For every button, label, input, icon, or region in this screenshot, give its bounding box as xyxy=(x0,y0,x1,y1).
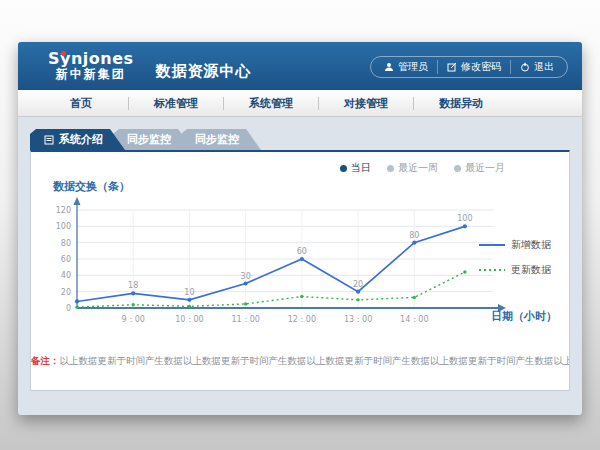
time-filter-option-0[interactable]: 当日 xyxy=(340,161,371,175)
user-icon xyxy=(384,62,394,72)
legend-label: 新增数据 xyxy=(511,238,551,252)
legend-line-sample xyxy=(479,267,505,273)
y-tick-label: 0 xyxy=(66,304,71,313)
chart-grid: 0204060801001209：0010：0011：0012：0013：001… xyxy=(56,206,493,324)
content-area: 系统介绍同步监控同步监控 当日最近一周最近一月 数据交换（条） 02040608… xyxy=(18,117,582,391)
chart-x-axis-title: 日期（小时） xyxy=(491,309,557,324)
tab-bar: 系统介绍同步监控同步监控 xyxy=(30,129,570,150)
data-point xyxy=(413,296,416,299)
radio-label: 最近一月 xyxy=(465,161,505,175)
navbar: 首页标准管理系统管理对接管理数据异动 xyxy=(18,90,582,117)
x-tick-label: 14：00 xyxy=(400,315,428,324)
app-title: 数据资源中心 xyxy=(156,52,252,81)
doc-icon xyxy=(44,135,54,145)
nav-item-interface-mgmt[interactable]: 对接管理 xyxy=(319,97,414,110)
data-point xyxy=(75,305,78,308)
x-tick-label: 11：00 xyxy=(231,315,259,324)
nav-item-data-change[interactable]: 数据异动 xyxy=(414,97,508,110)
time-filter-option-1[interactable]: 最近一周 xyxy=(387,161,438,175)
nav-item-standard-mgmt[interactable]: 标准管理 xyxy=(129,97,224,110)
user-menu-label: 退出 xyxy=(534,60,554,74)
time-filter-option-2[interactable]: 最近一月 xyxy=(454,161,505,175)
logo-subtext: 新中新集团 xyxy=(48,68,134,82)
logo: Synjones 新中新集团 xyxy=(48,50,134,82)
user-menu-label: 修改密码 xyxy=(461,60,501,74)
x-tick-label: 13：00 xyxy=(344,315,372,324)
y-tick-label: 60 xyxy=(61,255,71,264)
user-menu-logout[interactable]: 退出 xyxy=(511,60,563,74)
header: Synjones 新中新集团 数据资源中心 管理员修改密码退出 xyxy=(18,42,582,90)
user-menu: 管理员修改密码退出 xyxy=(370,56,568,78)
legend-item-new-data: 新增数据 xyxy=(479,238,551,252)
footnote-text: 以上数据更新于时间产生数据以上数据更新于时间产生数据以上数据更新于时间产生数据以… xyxy=(60,355,570,366)
data-point xyxy=(132,303,135,306)
y-tick-label: 80 xyxy=(61,239,71,248)
y-tick-label: 100 xyxy=(56,222,71,231)
data-point xyxy=(300,257,304,261)
radio-dot-icon xyxy=(340,165,347,172)
data-point xyxy=(463,224,467,228)
tab-sync-monitor-2[interactable]: 同步监控 xyxy=(181,129,261,150)
legend-item-update-data: 更新数据 xyxy=(479,263,551,277)
footnote: 备注：以上数据更新于时间产生数据以上数据更新于时间产生数据以上数据更新于时间产生… xyxy=(31,355,569,368)
tab-sync-monitor-1[interactable]: 同步监控 xyxy=(113,129,193,150)
tab-label: 系统介绍 xyxy=(59,132,103,147)
data-point xyxy=(244,281,248,285)
nav-item-home[interactable]: 首页 xyxy=(34,97,129,110)
tab-system-intro[interactable]: 系统介绍 xyxy=(30,129,125,150)
radio-dot-icon xyxy=(387,165,394,172)
user-menu-user[interactable]: 管理员 xyxy=(375,60,438,74)
radio-label: 最近一周 xyxy=(398,161,438,175)
data-point-label: 10 xyxy=(184,288,194,297)
edit-icon xyxy=(447,62,457,72)
y-axis-arrow-icon xyxy=(74,197,81,205)
nav-item-system-mgmt[interactable]: 系统管理 xyxy=(224,97,319,110)
data-point xyxy=(244,302,247,305)
footnote-label: 备注： xyxy=(31,355,60,366)
user-menu-change-password[interactable]: 修改密码 xyxy=(438,60,511,74)
data-point-label: 100 xyxy=(457,214,472,223)
chart-y-axis-title: 数据交换（条） xyxy=(53,179,130,194)
legend-line-sample xyxy=(479,242,505,248)
data-point-label: 80 xyxy=(409,231,419,240)
content-panel: 当日最近一周最近一月 数据交换（条） 0204060801001209：0010… xyxy=(30,150,570,391)
data-point xyxy=(356,298,359,301)
tab-label: 同步监控 xyxy=(127,132,171,147)
data-point xyxy=(356,290,360,294)
y-tick-label: 120 xyxy=(56,206,71,215)
data-point-label: 60 xyxy=(297,247,307,256)
x-tick-label: 12：00 xyxy=(288,315,316,324)
y-tick-label: 20 xyxy=(61,288,71,297)
data-point xyxy=(463,270,466,273)
legend-label: 更新数据 xyxy=(511,263,551,277)
data-point-label: 20 xyxy=(353,280,363,289)
data-point xyxy=(75,299,79,303)
data-point xyxy=(131,291,135,295)
x-tick-label: 9：00 xyxy=(122,315,145,324)
radio-dot-icon xyxy=(454,165,461,172)
data-point xyxy=(300,295,303,298)
x-tick-label: 10：00 xyxy=(175,315,203,324)
y-tick-label: 40 xyxy=(61,271,71,280)
data-point xyxy=(187,298,191,302)
power-icon xyxy=(520,62,530,72)
line-chart: 0204060801001209：0010：0011：0012：0013：001… xyxy=(43,196,515,326)
chart-legend: 新增数据更新数据 xyxy=(479,238,551,277)
user-menu-label: 管理员 xyxy=(398,60,428,74)
app-window: Synjones 新中新集团 数据资源中心 管理员修改密码退出 首页标准管理系统… xyxy=(18,42,582,415)
radio-label: 当日 xyxy=(351,161,371,175)
data-point-label: 30 xyxy=(241,272,251,281)
data-point xyxy=(412,241,416,245)
time-filter: 当日最近一周最近一月 xyxy=(340,161,505,175)
data-point xyxy=(188,305,191,308)
data-point-label: 18 xyxy=(128,281,138,290)
tab-label: 同步监控 xyxy=(195,132,239,147)
